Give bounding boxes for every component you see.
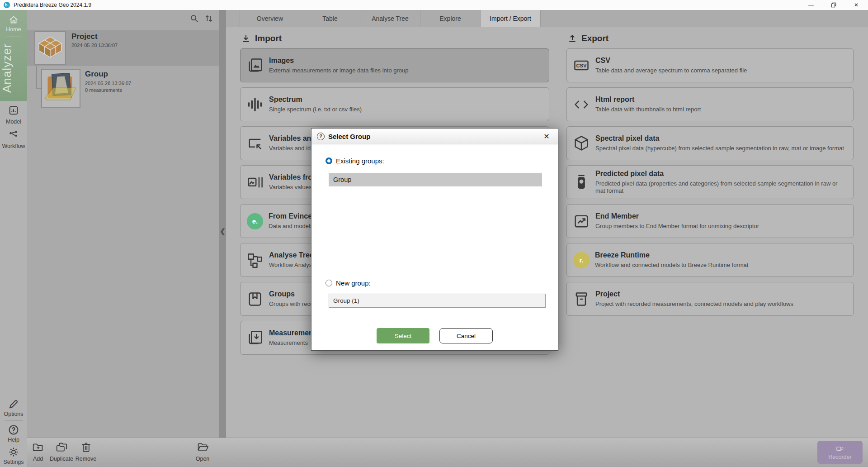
- import-header: Import: [240, 28, 549, 48]
- sort-icon[interactable]: [204, 14, 214, 25]
- card-title: Html report: [595, 95, 701, 104]
- card-title: End Member: [595, 212, 759, 220]
- export-item-end-member[interactable]: End MemberGroup members to End Member fo…: [566, 204, 854, 238]
- sidebar-item-home[interactable]: Home: [0, 10, 27, 33]
- card-desc: Spectral pixel data (hypercube) from sel…: [595, 145, 844, 152]
- card-title: Spectrum: [269, 95, 362, 104]
- new-group-input[interactable]: [329, 294, 546, 308]
- select-button[interactable]: Select: [377, 328, 429, 343]
- toolbar-item-open[interactable]: Open: [191, 441, 214, 462]
- export-item-predicted-pixel-data[interactable]: Predicted pixel dataPredicted pixel data…: [566, 165, 854, 199]
- toolbar-item-add[interactable]: Add: [27, 441, 49, 462]
- existing-groups-radio[interactable]: Existing groups:: [326, 157, 384, 165]
- group-timestamp: 2024-05-28 13:36:07: [85, 81, 131, 86]
- svg-text:CSV: CSV: [576, 63, 587, 68]
- card-title: CSV: [595, 57, 747, 65]
- project-row[interactable]: Project 2024-05-28 13:36:07: [27, 30, 219, 66]
- card-title: Analyse Tree: [269, 251, 315, 259]
- tab-import-export[interactable]: Import / Export: [481, 10, 541, 27]
- help-icon: [8, 424, 19, 436]
- export-item-breeze-runtime[interactable]: r.Breeze RuntimeWorkflow and connected m…: [566, 243, 854, 277]
- card-desc: Project with recorded measurements, conn…: [595, 300, 793, 308]
- tab-bar: OverviewTableAnalyse TreeExploreImport /…: [226, 10, 868, 27]
- toolbar-item-label: Duplicate: [50, 456, 73, 462]
- evince-badge: e.: [247, 213, 263, 229]
- card-title: Spectral pixel data: [595, 134, 844, 143]
- sidebar-divider: [5, 420, 23, 421]
- group-title: Group: [85, 70, 108, 79]
- groups-icon: [246, 291, 264, 308]
- sidebar-item-settings[interactable]: Settings: [3, 446, 24, 465]
- html-code-icon: [573, 96, 590, 113]
- project-title: Project: [71, 32, 98, 41]
- model-icon: [8, 105, 19, 118]
- predicted-jar-icon: [573, 174, 590, 191]
- sidebar-item-model[interactable]: Model: [0, 105, 27, 125]
- search-icon[interactable]: [189, 14, 199, 25]
- sidebar-item-analyzer[interactable]: Analyzer: [0, 39, 27, 97]
- toolbar-item-label: Open: [196, 456, 210, 462]
- close-icon[interactable]: ✕: [853, 1, 860, 9]
- tab-overview[interactable]: Overview: [240, 10, 300, 27]
- import-header-label: Import: [255, 33, 282, 43]
- tab-table[interactable]: Table: [300, 10, 360, 27]
- card-desc: Workflow and connected models to Breeze …: [595, 262, 748, 269]
- panel-collapse-strip[interactable]: ❮: [219, 10, 226, 438]
- tab-spacer: [226, 10, 240, 27]
- pencil-icon: [8, 398, 19, 410]
- variables-id-icon: [246, 135, 264, 152]
- card-desc: Workflow Analyse: [269, 262, 315, 269]
- card-title: Images: [269, 57, 409, 65]
- import-icon: [241, 34, 250, 43]
- dialog-close-icon[interactable]: ✕: [541, 132, 552, 141]
- tab-analyse-tree[interactable]: Analyse Tree: [360, 10, 420, 27]
- export-item-csv[interactable]: CSVCSVTable data and average spectrum to…: [566, 48, 854, 82]
- trash-icon: [80, 441, 92, 455]
- minimize-icon[interactable]: —: [807, 1, 815, 9]
- cube-icon: [573, 135, 590, 152]
- import-item-images[interactable]: ImagesExternal measurements or image dat…: [240, 48, 549, 82]
- duplicate-icon: [56, 441, 68, 455]
- group-thumbnail: [41, 69, 80, 108]
- sidebar-item-label: Options: [4, 411, 23, 417]
- export-item-html-report[interactable]: Html reportTable data with thumbnails to…: [566, 87, 854, 121]
- workflow-icon: [8, 129, 19, 142]
- toolbar-item-label: Add: [33, 456, 43, 462]
- camera-icon: [835, 445, 845, 453]
- toolbar-item-label: Remove: [75, 456, 97, 462]
- export-column: Export CSVCSVTable data and average spec…: [566, 28, 854, 321]
- app-window: b. Prediktera Breeze Geo 2024.1.9 — ✕ Ho…: [0, 0, 868, 467]
- group-row[interactable]: Group 2024-05-28 13:36:07 0 measurements: [27, 68, 219, 111]
- dialog-help-icon[interactable]: ?: [317, 133, 325, 140]
- title-bar: b. Prediktera Breeze Geo 2024.1.9 — ✕: [0, 0, 868, 10]
- toolbar-item-remove[interactable]: Remove: [74, 441, 98, 462]
- open-folder-icon: [197, 441, 209, 455]
- sidebar-item-options[interactable]: Options: [4, 398, 23, 417]
- radio-unselected-icon[interactable]: [326, 280, 332, 286]
- card-desc: Table data and average spectrum to comma…: [595, 67, 747, 74]
- gear-icon: [8, 446, 19, 458]
- radio-selected-icon[interactable]: [326, 157, 332, 164]
- nav-sidebar: Home Analyzer ModelWorkflow Options Help…: [0, 10, 27, 467]
- group-option-group[interactable]: Group: [329, 173, 542, 186]
- export-item-project[interactable]: ProjectProject with recorded measurement…: [566, 282, 854, 316]
- new-group-radio[interactable]: New group:: [326, 279, 371, 287]
- sidebar-item-help[interactable]: Help: [8, 424, 19, 443]
- group-measurements: 0 measurements: [85, 87, 122, 93]
- card-desc: Group members to End Member format for u…: [595, 223, 759, 230]
- project-panel: Project 2024-05-28 13:36:07 Group 2024-0…: [27, 10, 219, 438]
- import-item-spectrum[interactable]: SpectrumSingle spectrum (i.e. txt or csv…: [240, 87, 549, 121]
- collapse-chevron-icon[interactable]: ❮: [219, 227, 226, 235]
- breeze-logo-icon: b.: [4, 2, 10, 8]
- sidebar-item-workflow[interactable]: Workflow: [0, 129, 27, 149]
- sidebar-nav: ModelWorkflow: [0, 105, 27, 149]
- toolbar-item-duplicate[interactable]: Duplicate: [47, 441, 76, 462]
- cancel-button[interactable]: Cancel: [439, 328, 493, 343]
- maximize-icon[interactable]: [830, 1, 837, 9]
- select-group-dialog: ? Select Group ✕ Existing groups: Group …: [311, 128, 558, 351]
- dialog-body: Existing groups: Group New group: Select…: [311, 144, 558, 350]
- recorder-button[interactable]: Recorder: [817, 441, 863, 464]
- tab-explore[interactable]: Explore: [420, 10, 481, 27]
- export-item-spectral-pixel-data[interactable]: Spectral pixel dataSpectral pixel data (…: [566, 126, 854, 160]
- sidebar-bottom: Options Help Settings: [0, 398, 27, 465]
